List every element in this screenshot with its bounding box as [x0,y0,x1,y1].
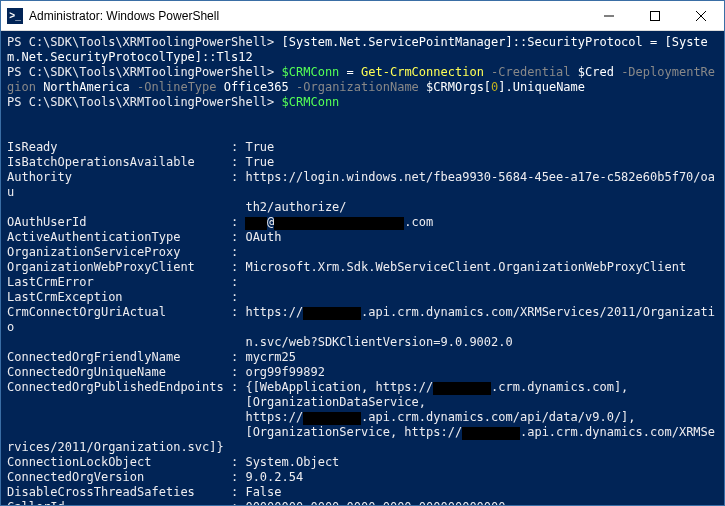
window-title: Administrator: Windows PowerShell [29,9,219,23]
close-button[interactable] [678,1,724,30]
powershell-icon: >_ [7,8,23,24]
terminal-output[interactable]: PS C:\SDK\Tools\XRMToolingPowerShell> [S… [1,31,724,505]
minimize-button[interactable] [586,1,632,30]
maximize-button[interactable] [632,1,678,30]
window-controls [586,1,724,30]
svg-rect-1 [651,11,660,20]
titlebar[interactable]: >_ Administrator: Windows PowerShell [1,1,724,31]
powershell-window: >_ Administrator: Windows PowerShell PS … [0,0,725,506]
